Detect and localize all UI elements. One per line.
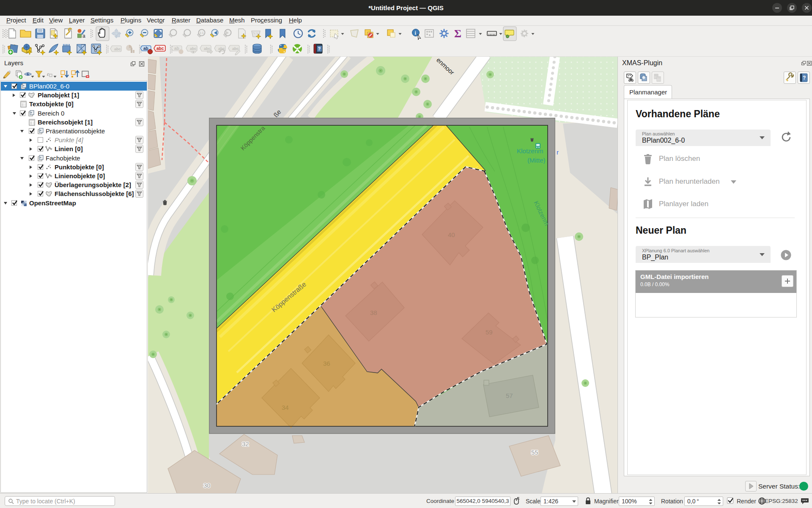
svg-text:57: 57 [506,392,513,399]
svg-text:38: 38 [370,309,377,316]
svg-text:36: 36 [323,360,330,367]
svg-text:?: ? [318,46,321,51]
svg-text:(Mitte): (Mitte) [527,157,546,164]
svg-text:34: 34 [282,404,289,411]
svg-text:55: 55 [531,449,538,456]
svg-text:ab: ab [174,46,179,51]
svg-text:r: r [557,149,559,156]
svg-text:30: 30 [203,482,211,489]
svg-text:ε: ε [47,71,49,77]
svg-text:1:1: 1:1 [200,31,204,34]
svg-text:a: a [82,33,85,39]
svg-text:32: 32 [242,440,249,447]
svg-text:Σ: Σ [454,28,461,40]
svg-text:abc: abc [156,46,164,51]
svg-text:40: 40 [448,231,455,238]
svg-text:59: 59 [486,329,493,336]
svg-text:ab: ab [143,46,148,51]
svg-text:?: ? [803,75,806,81]
